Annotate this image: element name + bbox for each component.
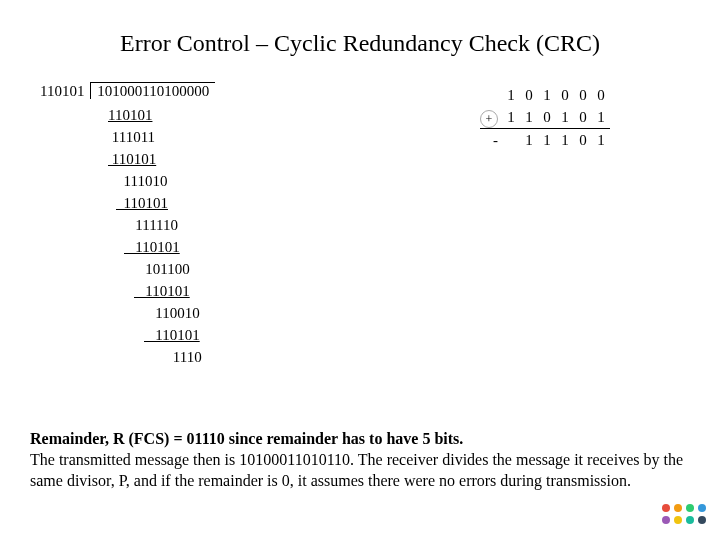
dot-icon bbox=[674, 516, 682, 524]
dot-icon bbox=[662, 504, 670, 512]
decoration-dots bbox=[662, 504, 706, 528]
division-step: 1110 bbox=[90, 346, 215, 368]
dot-icon bbox=[686, 516, 694, 524]
remark-bold: Remainder, R (FCS) = 01110 since remaind… bbox=[30, 430, 463, 447]
dot-icon bbox=[686, 504, 694, 512]
remark-text: Remainder, R (FCS) = 01110 since remaind… bbox=[30, 428, 690, 491]
add-row-2: + 1 1 0 1 0 1 bbox=[480, 106, 610, 129]
add-row-1: 1 0 1 0 0 0 bbox=[480, 84, 610, 106]
division-step: 101100 bbox=[90, 258, 215, 280]
long-division: 110101 101000110100000 110101 111011 110… bbox=[40, 80, 215, 368]
divisor: 110101 bbox=[40, 80, 84, 102]
remark-body: The transmitted message then is 10100011… bbox=[30, 451, 683, 489]
division-step: 110101 bbox=[90, 104, 215, 126]
division-step: 110101 bbox=[90, 324, 215, 346]
dot-icon bbox=[698, 504, 706, 512]
dot-icon bbox=[698, 516, 706, 524]
division-step: 110010 bbox=[90, 302, 215, 324]
division-steps: 110101 111011 110101 111010 110101 11111… bbox=[90, 104, 215, 368]
dividend: 101000110100000 bbox=[90, 82, 215, 99]
dot-icon bbox=[674, 504, 682, 512]
addition-block: 1 0 1 0 0 0 + 1 1 0 1 0 1 - 1 1 1 bbox=[480, 84, 610, 151]
division-step: 111010 bbox=[90, 170, 215, 192]
division-step: 110101 bbox=[90, 148, 215, 170]
division-step: 110101 bbox=[90, 280, 215, 302]
division-step: 110101 bbox=[90, 236, 215, 258]
division-bracket: 101000110100000 bbox=[88, 80, 215, 102]
slide-title: Error Control – Cyclic Redundancy Check … bbox=[0, 30, 720, 57]
division-step: 111110 bbox=[90, 214, 215, 236]
dot-icon bbox=[662, 516, 670, 524]
division-step: 111011 bbox=[90, 126, 215, 148]
division-step: 110101 bbox=[90, 192, 215, 214]
plus-icon: + bbox=[480, 110, 498, 128]
add-result: - 1 1 1 0 1 bbox=[480, 129, 610, 152]
